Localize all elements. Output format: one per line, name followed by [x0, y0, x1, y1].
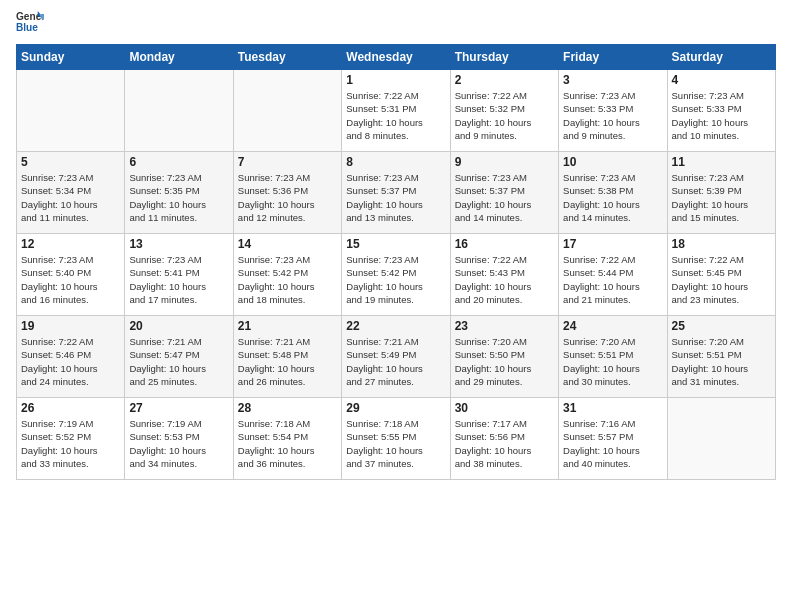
day-info: Sunrise: 7:23 AM Sunset: 5:41 PM Dayligh…	[129, 253, 228, 306]
calendar-cell: 29Sunrise: 7:18 AM Sunset: 5:55 PM Dayli…	[342, 398, 450, 480]
calendar-cell: 26Sunrise: 7:19 AM Sunset: 5:52 PM Dayli…	[17, 398, 125, 480]
day-number: 28	[238, 401, 337, 415]
weekday-header-wednesday: Wednesday	[342, 45, 450, 70]
calendar-cell: 9Sunrise: 7:23 AM Sunset: 5:37 PM Daylig…	[450, 152, 558, 234]
calendar-cell: 31Sunrise: 7:16 AM Sunset: 5:57 PM Dayli…	[559, 398, 667, 480]
calendar-cell: 14Sunrise: 7:23 AM Sunset: 5:42 PM Dayli…	[233, 234, 341, 316]
day-info: Sunrise: 7:23 AM Sunset: 5:38 PM Dayligh…	[563, 171, 662, 224]
calendar-cell: 28Sunrise: 7:18 AM Sunset: 5:54 PM Dayli…	[233, 398, 341, 480]
calendar-week-1: 1Sunrise: 7:22 AM Sunset: 5:31 PM Daylig…	[17, 70, 776, 152]
day-info: Sunrise: 7:18 AM Sunset: 5:54 PM Dayligh…	[238, 417, 337, 470]
day-number: 12	[21, 237, 120, 251]
weekday-header-saturday: Saturday	[667, 45, 775, 70]
day-info: Sunrise: 7:23 AM Sunset: 5:36 PM Dayligh…	[238, 171, 337, 224]
calendar-cell	[233, 70, 341, 152]
day-number: 16	[455, 237, 554, 251]
day-info: Sunrise: 7:22 AM Sunset: 5:43 PM Dayligh…	[455, 253, 554, 306]
calendar-cell: 10Sunrise: 7:23 AM Sunset: 5:38 PM Dayli…	[559, 152, 667, 234]
calendar-cell: 17Sunrise: 7:22 AM Sunset: 5:44 PM Dayli…	[559, 234, 667, 316]
calendar-cell: 20Sunrise: 7:21 AM Sunset: 5:47 PM Dayli…	[125, 316, 233, 398]
day-info: Sunrise: 7:23 AM Sunset: 5:33 PM Dayligh…	[563, 89, 662, 142]
calendar-cell: 25Sunrise: 7:20 AM Sunset: 5:51 PM Dayli…	[667, 316, 775, 398]
calendar-cell: 6Sunrise: 7:23 AM Sunset: 5:35 PM Daylig…	[125, 152, 233, 234]
calendar-week-2: 5Sunrise: 7:23 AM Sunset: 5:34 PM Daylig…	[17, 152, 776, 234]
day-number: 13	[129, 237, 228, 251]
calendar-table: SundayMondayTuesdayWednesdayThursdayFrid…	[16, 44, 776, 480]
day-number: 14	[238, 237, 337, 251]
day-number: 7	[238, 155, 337, 169]
day-number: 31	[563, 401, 662, 415]
calendar-week-4: 19Sunrise: 7:22 AM Sunset: 5:46 PM Dayli…	[17, 316, 776, 398]
day-number: 15	[346, 237, 445, 251]
day-info: Sunrise: 7:22 AM Sunset: 5:45 PM Dayligh…	[672, 253, 771, 306]
calendar-cell: 8Sunrise: 7:23 AM Sunset: 5:37 PM Daylig…	[342, 152, 450, 234]
day-info: Sunrise: 7:22 AM Sunset: 5:46 PM Dayligh…	[21, 335, 120, 388]
day-info: Sunrise: 7:23 AM Sunset: 5:40 PM Dayligh…	[21, 253, 120, 306]
calendar-cell: 24Sunrise: 7:20 AM Sunset: 5:51 PM Dayli…	[559, 316, 667, 398]
day-info: Sunrise: 7:19 AM Sunset: 5:53 PM Dayligh…	[129, 417, 228, 470]
weekday-header-monday: Monday	[125, 45, 233, 70]
calendar-cell: 12Sunrise: 7:23 AM Sunset: 5:40 PM Dayli…	[17, 234, 125, 316]
calendar-cell: 3Sunrise: 7:23 AM Sunset: 5:33 PM Daylig…	[559, 70, 667, 152]
day-number: 26	[21, 401, 120, 415]
day-info: Sunrise: 7:23 AM Sunset: 5:42 PM Dayligh…	[346, 253, 445, 306]
day-number: 3	[563, 73, 662, 87]
day-info: Sunrise: 7:23 AM Sunset: 5:37 PM Dayligh…	[455, 171, 554, 224]
day-info: Sunrise: 7:23 AM Sunset: 5:37 PM Dayligh…	[346, 171, 445, 224]
day-info: Sunrise: 7:23 AM Sunset: 5:35 PM Dayligh…	[129, 171, 228, 224]
day-info: Sunrise: 7:23 AM Sunset: 5:34 PM Dayligh…	[21, 171, 120, 224]
day-info: Sunrise: 7:18 AM Sunset: 5:55 PM Dayligh…	[346, 417, 445, 470]
calendar-cell	[667, 398, 775, 480]
day-info: Sunrise: 7:19 AM Sunset: 5:52 PM Dayligh…	[21, 417, 120, 470]
day-info: Sunrise: 7:21 AM Sunset: 5:48 PM Dayligh…	[238, 335, 337, 388]
calendar-cell: 4Sunrise: 7:23 AM Sunset: 5:33 PM Daylig…	[667, 70, 775, 152]
calendar-cell: 16Sunrise: 7:22 AM Sunset: 5:43 PM Dayli…	[450, 234, 558, 316]
weekday-header-thursday: Thursday	[450, 45, 558, 70]
header: General Blue	[16, 12, 776, 40]
day-number: 6	[129, 155, 228, 169]
page-container: General Blue SundayMondayTuesdayWednesda…	[0, 0, 792, 488]
calendar-cell: 30Sunrise: 7:17 AM Sunset: 5:56 PM Dayli…	[450, 398, 558, 480]
day-number: 5	[21, 155, 120, 169]
calendar-body: 1Sunrise: 7:22 AM Sunset: 5:31 PM Daylig…	[17, 70, 776, 480]
day-info: Sunrise: 7:22 AM Sunset: 5:31 PM Dayligh…	[346, 89, 445, 142]
calendar-cell: 23Sunrise: 7:20 AM Sunset: 5:50 PM Dayli…	[450, 316, 558, 398]
day-number: 27	[129, 401, 228, 415]
day-info: Sunrise: 7:17 AM Sunset: 5:56 PM Dayligh…	[455, 417, 554, 470]
calendar-cell: 1Sunrise: 7:22 AM Sunset: 5:31 PM Daylig…	[342, 70, 450, 152]
calendar-cell: 2Sunrise: 7:22 AM Sunset: 5:32 PM Daylig…	[450, 70, 558, 152]
day-number: 23	[455, 319, 554, 333]
day-number: 21	[238, 319, 337, 333]
weekday-header-friday: Friday	[559, 45, 667, 70]
day-number: 30	[455, 401, 554, 415]
calendar-week-5: 26Sunrise: 7:19 AM Sunset: 5:52 PM Dayli…	[17, 398, 776, 480]
day-number: 17	[563, 237, 662, 251]
day-info: Sunrise: 7:20 AM Sunset: 5:51 PM Dayligh…	[563, 335, 662, 388]
calendar-cell	[17, 70, 125, 152]
calendar-cell: 15Sunrise: 7:23 AM Sunset: 5:42 PM Dayli…	[342, 234, 450, 316]
day-info: Sunrise: 7:22 AM Sunset: 5:32 PM Dayligh…	[455, 89, 554, 142]
day-info: Sunrise: 7:21 AM Sunset: 5:49 PM Dayligh…	[346, 335, 445, 388]
day-number: 4	[672, 73, 771, 87]
day-number: 24	[563, 319, 662, 333]
calendar-cell: 22Sunrise: 7:21 AM Sunset: 5:49 PM Dayli…	[342, 316, 450, 398]
day-number: 20	[129, 319, 228, 333]
calendar-week-3: 12Sunrise: 7:23 AM Sunset: 5:40 PM Dayli…	[17, 234, 776, 316]
calendar-cell: 7Sunrise: 7:23 AM Sunset: 5:36 PM Daylig…	[233, 152, 341, 234]
calendar-cell: 19Sunrise: 7:22 AM Sunset: 5:46 PM Dayli…	[17, 316, 125, 398]
day-number: 11	[672, 155, 771, 169]
calendar-cell	[125, 70, 233, 152]
svg-text:General: General	[16, 11, 44, 22]
weekday-header-sunday: Sunday	[17, 45, 125, 70]
calendar-cell: 13Sunrise: 7:23 AM Sunset: 5:41 PM Dayli…	[125, 234, 233, 316]
day-number: 22	[346, 319, 445, 333]
calendar-cell: 11Sunrise: 7:23 AM Sunset: 5:39 PM Dayli…	[667, 152, 775, 234]
day-number: 29	[346, 401, 445, 415]
logo-icon: General Blue	[16, 8, 44, 36]
calendar-cell: 21Sunrise: 7:21 AM Sunset: 5:48 PM Dayli…	[233, 316, 341, 398]
weekday-header-row: SundayMondayTuesdayWednesdayThursdayFrid…	[17, 45, 776, 70]
day-info: Sunrise: 7:23 AM Sunset: 5:42 PM Dayligh…	[238, 253, 337, 306]
day-info: Sunrise: 7:21 AM Sunset: 5:47 PM Dayligh…	[129, 335, 228, 388]
day-number: 2	[455, 73, 554, 87]
logo: General Blue	[16, 12, 44, 40]
